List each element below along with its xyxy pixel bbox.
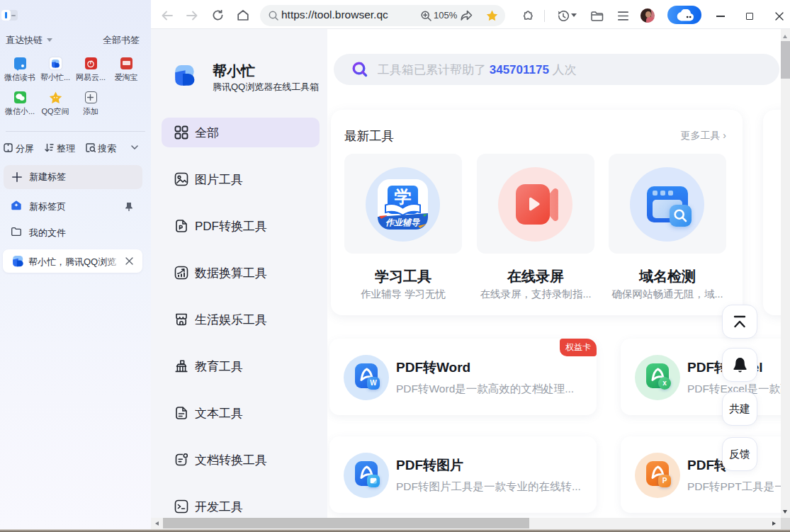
svg-text:作业辅导: 作业辅导	[385, 217, 420, 227]
